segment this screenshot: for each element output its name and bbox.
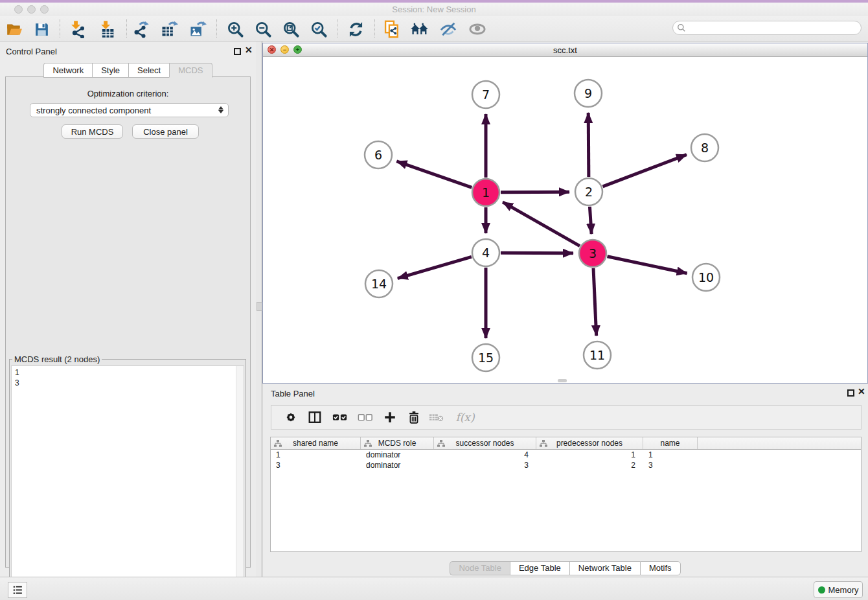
first-neighbors-icon[interactable]: [409, 19, 430, 40]
result-scrollbar[interactable]: [236, 366, 244, 593]
create-column-plus-icon[interactable]: [380, 408, 400, 427]
save-session-icon[interactable]: [31, 19, 52, 40]
column-header-successor-nodes[interactable]: successor nodes: [434, 437, 536, 449]
cell-predecessor-nodes[interactable]: 2: [536, 460, 643, 470]
table-row[interactable]: 1dominator411: [271, 450, 861, 460]
svg-text:15: 15: [478, 351, 494, 365]
tab-mcds[interactable]: MCDS: [169, 63, 212, 78]
node-3[interactable]: 3: [579, 240, 606, 267]
zoom-out-icon[interactable]: [253, 19, 273, 40]
node-15[interactable]: 15: [472, 344, 499, 371]
cell-shared-name[interactable]: 3: [271, 460, 361, 470]
vertical-splitter[interactable]: [256, 41, 262, 577]
float-panel-icon[interactable]: [234, 48, 241, 55]
export-table-icon[interactable]: [159, 19, 179, 40]
tab-edge-table[interactable]: Edge Table: [510, 561, 569, 575]
column-header-name[interactable]: name: [643, 437, 698, 449]
column-header-MCDS-role[interactable]: MCDS role: [361, 437, 434, 449]
column-header-shared-name[interactable]: shared name: [271, 437, 361, 449]
svg-text:1: 1: [482, 185, 490, 200]
list-icon: [12, 584, 23, 595]
edge-1-6[interactable]: [396, 161, 472, 188]
select-all-columns-icon[interactable]: [330, 408, 350, 427]
task-history-button[interactable]: [8, 582, 27, 598]
node-4[interactable]: 4: [472, 239, 499, 266]
node-8[interactable]: 8: [691, 134, 718, 161]
tab-motifs[interactable]: Motifs: [640, 561, 681, 575]
memory-button[interactable]: Memory: [814, 581, 863, 598]
delete-table-icon-disabled: [427, 408, 446, 427]
close-panel-icon[interactable]: ✕: [245, 45, 253, 55]
cell-name[interactable]: 1: [643, 450, 698, 460]
node-11[interactable]: 11: [584, 341, 611, 369]
tab-network-table[interactable]: Network Table: [569, 561, 640, 575]
criterion-dropdown[interactable]: strongly connected component: [30, 103, 229, 117]
node-7[interactable]: 7: [472, 81, 499, 108]
edge-3-10[interactable]: [608, 257, 687, 273]
svg-text:2: 2: [585, 185, 593, 199]
hide-selected-icon[interactable]: [438, 19, 459, 40]
edge-1-2[interactable]: [501, 192, 569, 192]
cell-successor-nodes[interactable]: 3: [434, 460, 536, 470]
toolbar-separator: [126, 19, 127, 38]
cell-MCDS-role[interactable]: dominator: [361, 460, 434, 470]
node-6[interactable]: 6: [365, 141, 392, 168]
svg-text:7: 7: [482, 87, 490, 102]
edge-2-8[interactable]: [603, 155, 687, 187]
show-all-icon[interactable]: [467, 19, 488, 40]
float-panel-icon[interactable]: [847, 389, 854, 397]
node-1[interactable]: 1: [472, 179, 499, 206]
tab-network[interactable]: Network: [43, 63, 92, 78]
close-panel-icon[interactable]: ✕: [858, 386, 865, 397]
table-panel-title: Table Panel: [271, 389, 315, 398]
search-input[interactable]: [686, 23, 851, 33]
zoom-in-icon[interactable]: [225, 19, 246, 40]
cell-predecessor-nodes[interactable]: 1: [536, 450, 643, 460]
cell-shared-name[interactable]: 1: [271, 450, 361, 460]
duplicate-network-icon[interactable]: [382, 19, 402, 40]
edge-2-3[interactable]: [589, 207, 591, 234]
table-settings-gear-icon[interactable]: [281, 408, 301, 427]
network-window-titlebar[interactable]: ✕ − + scc.txt: [263, 43, 867, 57]
edge-2-9[interactable]: [588, 113, 589, 177]
tab-style[interactable]: Style: [92, 63, 128, 78]
edge-3-1[interactable]: [503, 202, 580, 246]
export-image-icon[interactable]: [187, 19, 208, 40]
deselect-all-columns-icon[interactable]: [356, 408, 375, 427]
export-network-icon[interactable]: [131, 19, 152, 40]
network-canvas[interactable]: 1234678910111415: [263, 57, 867, 383]
edge-4-3[interactable]: [501, 253, 573, 253]
cell-MCDS-role[interactable]: dominator: [361, 450, 434, 460]
import-network-icon[interactable]: [67, 19, 88, 40]
close-panel-button[interactable]: Close panel: [132, 124, 199, 139]
node-table-header: shared nameMCDS rolesuccessor nodesprede…: [271, 437, 861, 450]
cell-successor-nodes[interactable]: 4: [434, 450, 536, 460]
column-header-predecessor-nodes[interactable]: predecessor nodes: [536, 437, 643, 449]
zoom-fit-icon[interactable]: [280, 19, 301, 40]
svg-text:6: 6: [374, 148, 382, 162]
tab-select[interactable]: Select: [128, 63, 169, 78]
node-9[interactable]: 9: [575, 80, 602, 107]
edge-4-14[interactable]: [398, 257, 472, 278]
status-bar: Memory: [0, 577, 868, 600]
tab-node-table[interactable]: Node Table: [450, 561, 510, 575]
run-mcds-button[interactable]: Run MCDS: [62, 124, 123, 139]
cell-name[interactable]: 3: [643, 460, 698, 470]
open-file-icon[interactable]: [4, 19, 25, 40]
delete-column-trash-icon[interactable]: [404, 408, 424, 427]
search-field[interactable]: [672, 21, 862, 35]
node-14[interactable]: 14: [365, 270, 393, 297]
mcds-result-list[interactable]: 1 3: [11, 365, 244, 594]
zoom-selected-icon[interactable]: [308, 19, 329, 40]
split-panel-icon[interactable]: [305, 408, 325, 427]
canvas-hscroll-thumb[interactable]: [558, 379, 567, 382]
node-10[interactable]: 10: [692, 264, 720, 291]
edge-3-11[interactable]: [593, 268, 597, 336]
dropdown-stepper-icon: [218, 106, 224, 116]
table-row[interactable]: 3dominator323: [271, 460, 861, 470]
node-2[interactable]: 2: [575, 178, 602, 205]
splitter-grip[interactable]: [257, 302, 262, 311]
search-icon: [677, 23, 686, 32]
import-table-icon[interactable]: [97, 19, 118, 40]
apply-layout-icon[interactable]: [345, 19, 366, 40]
